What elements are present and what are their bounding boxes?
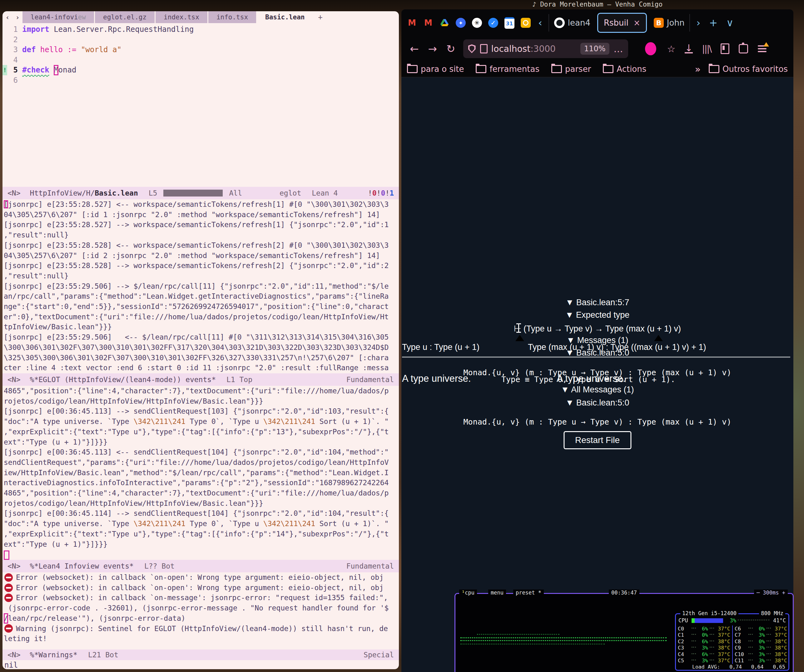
list-all-tabs-icon[interactable]: ∨	[726, 17, 734, 29]
all-messages-header[interactable]: ▼ All Messages (1)	[401, 385, 793, 394]
line-number: 5	[7, 65, 18, 75]
expected-type-header[interactable]: ▼ Expected type	[401, 310, 793, 320]
tab-github[interactable]: lean4	[554, 18, 590, 28]
bookmark-other-favorites[interactable]: Outros favoritos	[709, 64, 788, 74]
major-mode[interactable]: Special	[364, 651, 394, 659]
warning-text: lean/rpc/release'"), (jsonrpc-error-data…	[8, 613, 186, 624]
line-number: 3	[7, 45, 18, 55]
editor-tab[interactable]: lean4-infoview	[23, 11, 94, 23]
editor-new-tab-button[interactable]: +	[314, 11, 327, 23]
leader	[710, 653, 714, 654]
all-messages-location[interactable]: ▼ Basic.lean:5:0	[401, 398, 793, 408]
downloads-icon[interactable]: ↓	[685, 44, 693, 54]
tab-active-rsbuild[interactable]: Rsbuil ×	[597, 13, 647, 33]
editor-tab[interactable]: Basic.lean	[257, 11, 313, 23]
restart-file-button[interactable]: Restart File	[564, 431, 631, 449]
extensions-icon[interactable]	[739, 44, 748, 54]
url-bar[interactable]: localhost :3000 110% …	[463, 39, 628, 58]
code-token: onad	[59, 65, 77, 75]
recording-indicator-icon[interactable]	[645, 42, 656, 55]
log-text: [jsonrpc] e[23:55:29.506] <-- $/lean/rpc…	[4, 333, 389, 341]
editor-tab[interactable]: info.tsx	[208, 11, 256, 23]
editor-tab[interactable]: index.tsx	[155, 11, 208, 23]
tracking-protection-shield-icon[interactable]	[468, 44, 476, 53]
code-token: "world a"	[81, 45, 121, 55]
bookmark-star-icon[interactable]: ☆	[667, 43, 676, 54]
forward-button[interactable]: →	[428, 43, 437, 55]
openai-icon[interactable]: ✳	[472, 18, 482, 28]
line-position: L1 Top	[226, 376, 252, 384]
reload-button[interactable]: ↻	[446, 43, 456, 55]
code-buffer[interactable]: 1import Lean.Server.Rpc.RequestHandling …	[3, 23, 399, 187]
new-tab-button[interactable]: +	[709, 17, 717, 29]
back-button[interactable]: ←	[410, 43, 419, 55]
line-number: 4	[7, 55, 18, 65]
leader	[710, 634, 714, 635]
log-text: [jsonrpc] e[23:55:28.527] --> workspace/…	[4, 221, 389, 229]
page-info-icon[interactable]	[480, 44, 488, 54]
library-icon[interactable]: |||\	[702, 44, 712, 54]
lean4-infoview-events-buffer[interactable]: 4865","position":{"line":4,"character":7…	[3, 386, 399, 560]
google-drive-icon[interactable]	[440, 18, 449, 28]
log-text: ,"result":null}	[4, 272, 69, 280]
code-token: M	[54, 65, 58, 75]
firefox-window: M M ✦ ✳ ✓ 31 ‹ lean4 Rsbuil ×	[401, 9, 793, 672]
log-text: [jsonrpc] e[23:55:28.528] --> workspace/…	[4, 262, 389, 270]
log-text: Type 0`, `Type u	[186, 417, 263, 425]
flycheck-counts[interactable]: !0!0!1	[368, 189, 394, 197]
bookmark-item[interactable]: parser	[551, 64, 591, 74]
major-mode[interactable]: Fundamental	[346, 376, 394, 384]
tab-back-icon[interactable]: ‹	[3, 11, 13, 23]
mode-line-eglot-events: <N> %*EGLOT (HttpInfoView/(lean4-mode)) …	[3, 373, 399, 386]
blue-app-icon[interactable]: ✦	[456, 18, 466, 28]
log-line: 04\305\257\6\207" [:id 1 :jsonrpc "2.0" …	[4, 209, 399, 220]
code-token	[36, 45, 40, 55]
bookmark-item[interactable]: Actions	[603, 64, 646, 74]
log-line: ,"result":null}	[4, 230, 399, 240]
gmail-icon[interactable]: M	[423, 18, 433, 28]
tab-forward-icon[interactable]: ›	[13, 11, 23, 23]
core-percent: 3%	[698, 657, 708, 664]
btop-tab-cpu[interactable]: ¹cpu	[459, 590, 477, 596]
editor-tab[interactable]: eglot.el.gz	[95, 11, 155, 23]
close-tab-icon[interactable]: ×	[634, 18, 640, 28]
core-row: C103%38°C	[733, 651, 789, 657]
bookmark-item[interactable]: ferramentas	[476, 64, 539, 74]
log-line: [jsonrpc] e[00:36:45.113] <-- sendClient…	[4, 447, 399, 457]
fringe-marker: !	[3, 65, 7, 75]
infoview-location-header[interactable]: ▼ Basic.lean:5:7	[401, 298, 793, 307]
log-text: "doc":"A type universe. `Type	[4, 520, 133, 528]
core-row: C113%38°C	[733, 657, 789, 664]
btop-refresh-rate[interactable]: ─ 300ms +	[754, 590, 788, 596]
warnings-buffer[interactable]: Error (websocket): in callback `on-open'…	[3, 572, 399, 649]
log-line: nteractiveDiagnostics.infoToInteractive"…	[4, 478, 399, 488]
tasks-check-icon[interactable]: ✓	[488, 18, 498, 28]
log-line: ,"exprExplicit":{"text":"Type u"},"type"…	[4, 529, 399, 539]
tab-blogger[interactable]: B John	[654, 18, 685, 28]
core-row: C33%38°C	[676, 645, 732, 651]
eglot-events-buffer[interactable]: [jsonrpc] e[23:55:28.527] <-- workspace/…	[3, 199, 399, 373]
major-mode[interactable]: Fundamental	[346, 562, 394, 570]
code-token: def	[22, 45, 36, 55]
btop-tab-preset[interactable]: preset *	[513, 590, 544, 596]
bookmark-item[interactable]: para o site	[407, 64, 464, 74]
zoom-level-badge[interactable]: 110%	[580, 43, 610, 55]
lsp-indicator[interactable]: eglot	[279, 189, 301, 197]
google-calendar-icon[interactable]: 31	[505, 17, 515, 29]
btop-tab-menu[interactable]: menu	[488, 590, 506, 596]
major-mode[interactable]: Lean 4	[312, 189, 338, 197]
log-text: nge":{"start":0,"end":5}},"sessionId":"5…	[4, 302, 389, 311]
leader	[691, 634, 696, 635]
log-line: cter :line 4 :text vector :end 6 :start …	[4, 363, 399, 373]
core-label: C10	[735, 651, 747, 657]
scroll-tabs-right-icon[interactable]: ›	[696, 17, 700, 29]
more-bookmarks-icon[interactable]: »	[695, 64, 701, 75]
menu-icon[interactable]	[758, 45, 766, 52]
page-actions-icon[interactable]: …	[614, 43, 623, 54]
sidebar-icon[interactable]	[721, 43, 729, 54]
scroll-tabs-left-icon[interactable]: ‹	[538, 17, 542, 29]
core-row: C73%37°C	[733, 632, 789, 639]
gmail-icon[interactable]: M	[407, 18, 417, 28]
google-keep-icon[interactable]	[521, 18, 531, 28]
log-line: [jsonrpc] e[00:36:45.113] --> sendClient…	[4, 406, 399, 417]
